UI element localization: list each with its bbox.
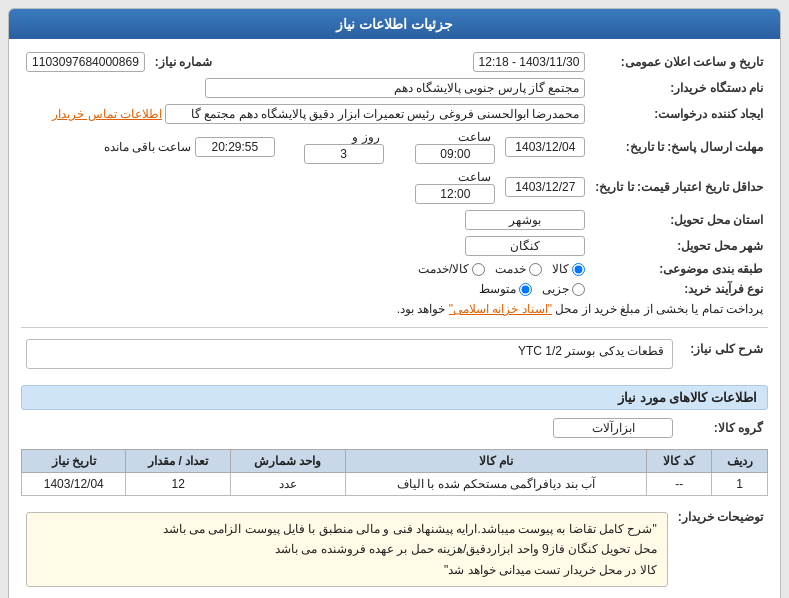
mohlet-mande: 20:29:55 <box>195 137 275 157</box>
page-title: جزئیات اطلاعات نیاز <box>9 9 780 39</box>
name-dastgah-value: مجتمع گاز پارس جنوبی پالایشگاه دهم <box>205 78 585 98</box>
tabaghe-option-kala[interactable]: کالا <box>552 262 585 276</box>
col-kod-kala: کد کالا <box>647 450 712 473</box>
pardakht-link[interactable]: "اسناد خزانه اسلامی" <box>449 302 552 316</box>
pardakht-note: پرداخت تمام یا بخشی از مبلغ خرید از محل <box>555 302 763 316</box>
ijad-konande-value: محمدرضا ابوالحسنی فروغی رئیس تعمیرات ابز… <box>165 104 585 124</box>
cell-tedad: 12 <box>126 473 230 496</box>
tabaghe-radio-kala-khadamat[interactable] <box>472 263 485 276</box>
table-row: 1 -- آب بند دیافراگمی مستحکم شده با الیا… <box>22 473 768 496</box>
tabaghe-radio-khadamat[interactable] <box>529 263 542 276</box>
now-farayand-label: نوع فرآیند خرید: <box>590 279 768 299</box>
radio-jozi[interactable] <box>572 283 585 296</box>
now-farayand-jozi[interactable]: جزیی <box>542 282 585 296</box>
cell-tarikh-niaz: 1403/12/04 <box>22 473 126 496</box>
ostan-value: بوشهر <box>465 210 585 230</box>
sharh-niaz-label: شرح کلی نیاز: <box>678 336 768 377</box>
mohlet-rooz: 3 <box>304 144 384 164</box>
ettelaat-kalaha-section: اطلاعات کالاهای مورد نیاز <box>21 385 768 410</box>
tarikh-value: 1403/11/30 - 12:18 <box>473 52 586 72</box>
saat-label: ساعت <box>458 130 491 144</box>
group-kala-label: گروه کالا: <box>678 415 768 441</box>
hadaghal-saat-label: ساعت <box>458 170 491 184</box>
tawzih-line1: "شرح کامل تقاضا به پیوست میباشد.ارایه پی… <box>37 519 657 539</box>
rooz-label: روز و <box>352 130 379 144</box>
etelaaat-link[interactable]: اطلاعات تماس خریدار <box>52 107 162 121</box>
tawzih-line3: کالا در محل خریدار تست میدانی خواهد شد" <box>37 560 657 580</box>
motevaset-label: متوسط <box>479 282 516 296</box>
saat-mande-label: ساعت باقی مانده <box>104 140 192 154</box>
radio-motevaset[interactable] <box>519 283 532 296</box>
tabaghe-kala-label: کالا <box>552 262 569 276</box>
now-farayand-radio-group: جزیی متوسط <box>26 282 585 296</box>
tabaghe-kala-khadamat-label: کالا/خدمت <box>418 262 469 276</box>
tabaghe-khadamat-label: خدمت <box>495 262 526 276</box>
shahr-label: شهر محل تحویل: <box>590 233 768 259</box>
pardakht-suffix: خواهد بود. <box>397 302 446 316</box>
tabaghe-radio-group: کالا خدمت کالا/خدمت <box>26 262 585 276</box>
group-kala-value: ابزارآلات <box>553 418 673 438</box>
col-nam-kala: نام کالا <box>345 450 647 473</box>
col-tedad: تعداد / مقدار <box>126 450 230 473</box>
cell-vahed: عدد <box>230 473 345 496</box>
jozi-label: جزیی <box>542 282 569 296</box>
tarikh-label: تاریخ و ساعت اعلان عمومی: <box>590 49 768 75</box>
mohlet-saat: 09:00 <box>415 144 495 164</box>
tabaghe-option-khadamat[interactable]: خدمت <box>495 262 542 276</box>
tawzih-box: "شرح کامل تقاضا به پیوست میباشد.ارایه پی… <box>26 512 668 587</box>
hadaghal-saat: 12:00 <box>415 184 495 204</box>
col-tarikh-niaz: تاریخ نیاز <box>22 450 126 473</box>
cell-kod-kala: -- <box>647 473 712 496</box>
cell-nam-kala: آب بند دیافراگمی مستحکم شده با الیاف <box>345 473 647 496</box>
mohlet-ersal-label: مهلت ارسال پاسخ: تا تاریخ: <box>590 127 768 167</box>
cell-radif: 1 <box>712 473 768 496</box>
now-farayand-motevaset[interactable]: متوسط <box>479 282 532 296</box>
tawzih-label: توضیحات خریدار: <box>673 504 768 595</box>
mohlet-date: 1403/12/04 <box>505 137 585 157</box>
sharh-niaz-value: قطعات یدکی بوستر YTC 1/2 <box>26 339 673 369</box>
ostan-label: استان محل تحویل: <box>590 207 768 233</box>
col-vahed: واحد شمارش <box>230 450 345 473</box>
shahr-value: کنگان <box>465 236 585 256</box>
tabaghe-label: طبقه بندی موضوعی: <box>590 259 768 279</box>
shomare-niaz-value: 1103097684000869 <box>26 52 145 72</box>
ijad-konande-label: ایجاد کننده درخواست: <box>590 101 768 127</box>
kala-table: ردیف کد کالا نام کالا واحد شمارش تعداد /… <box>21 449 768 496</box>
tabaghe-radio-kala[interactable] <box>572 263 585 276</box>
tabaghe-option-kala-khadamat[interactable]: کالا/خدمت <box>418 262 485 276</box>
shomare-niaz-label: شماره نیاز: <box>150 49 280 75</box>
hadaghal-label: حداقل تاریخ اعتبار قیمت: تا تاریخ: <box>590 167 768 207</box>
name-dastgah-label: نام دستگاه خریدار: <box>590 75 768 101</box>
col-radif: ردیف <box>712 450 768 473</box>
tawzih-line2: محل تحویل کنگان فاز9 واحد ابزاردقیق/هزین… <box>37 539 657 559</box>
hadaghal-date: 1403/12/27 <box>505 177 585 197</box>
